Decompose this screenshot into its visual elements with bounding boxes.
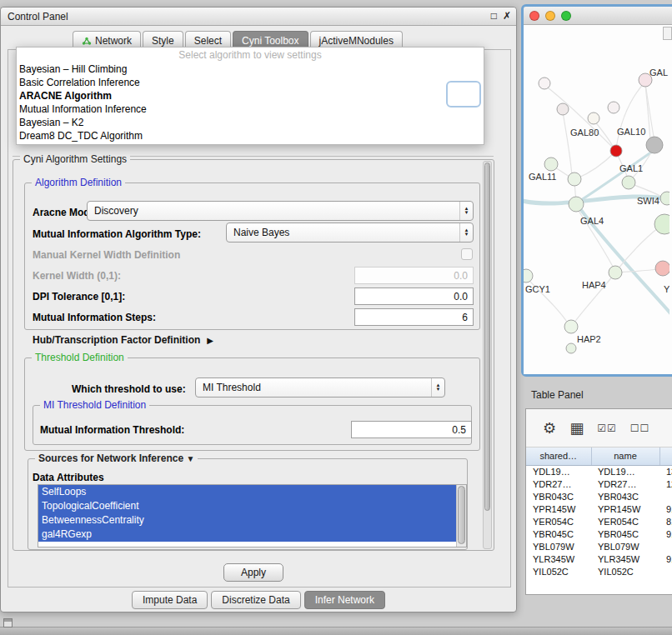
table-cell[interactable]: YDL19… — [526, 465, 591, 478]
attribute-list-item[interactable]: TopologicalCoefficient — [38, 499, 456, 513]
table-row[interactable]: YBR045CYBR045C9. — [526, 528, 672, 540]
manual-kernel-checkbox[interactable] — [461, 248, 473, 260]
minimize-traffic-light[interactable] — [545, 11, 555, 21]
network-node[interactable] — [655, 261, 669, 276]
close-window-icon[interactable]: ✗ — [503, 10, 511, 22]
attributes-scrollbar[interactable] — [456, 485, 466, 547]
network-node[interactable] — [568, 172, 581, 186]
network-node[interactable] — [609, 266, 622, 279]
network-edge[interactable] — [579, 150, 654, 202]
canvas-scrollbar[interactable] — [663, 27, 672, 40]
mi-threshold-input[interactable] — [351, 421, 472, 438]
table-cell[interactable]: YDR27… — [526, 478, 591, 490]
table-cell[interactable]: YPR145W — [591, 502, 659, 515]
network-edge[interactable] — [617, 228, 659, 270]
threshold-type-select[interactable]: MI Threshold ▲▼ — [195, 378, 445, 398]
column-header[interactable]: shared… — [526, 448, 591, 465]
table-cell[interactable]: 12 — [659, 478, 672, 490]
table-cell[interactable]: YBR045C — [591, 528, 659, 540]
table-cell[interactable]: 9. — [659, 502, 672, 515]
network-node[interactable] — [622, 176, 635, 189]
mi-steps-input[interactable] — [354, 308, 474, 326]
network-node[interactable] — [569, 197, 584, 212]
table-row[interactable]: YBL079WYBL079W — [526, 540, 672, 552]
kernel-width-input[interactable] — [354, 267, 474, 284]
table-cell[interactable]: YER054C — [591, 515, 659, 528]
sources-collapse-icon[interactable]: ▼ — [186, 454, 194, 463]
table-cell[interactable]: 8. — [659, 515, 672, 528]
algorithm-option[interactable]: Mutual Information Inference — [17, 102, 484, 116]
bottom-tab-infer-network[interactable]: Infer Network — [304, 591, 385, 609]
deselect-all-icon[interactable]: ☐☐ — [630, 421, 650, 436]
mi-algorithm-type-select[interactable]: Naive Bayes ▲▼ — [226, 222, 474, 242]
network-node[interactable] — [610, 145, 622, 157]
network-edge[interactable] — [544, 85, 614, 148]
network-node[interactable] — [654, 214, 669, 234]
gear-icon[interactable]: ⚙ — [543, 421, 556, 436]
network-node[interactable] — [557, 103, 569, 115]
close-traffic-light[interactable] — [529, 11, 539, 21]
table-cell[interactable]: YLR345W — [591, 552, 659, 565]
table-cell[interactable]: YBR043C — [591, 490, 659, 502]
table-cell[interactable]: YBR045C — [526, 528, 591, 540]
network-node[interactable] — [524, 269, 533, 282]
table-cell[interactable]: 9. — [659, 528, 672, 540]
table-row[interactable]: YER054CYER054C8. — [526, 515, 672, 528]
settings-scrollbar[interactable] — [483, 161, 492, 549]
bottom-tab-impute-data[interactable]: Impute Data — [132, 591, 208, 609]
table-row[interactable]: YBR043CYBR043C — [526, 490, 672, 502]
network-edge[interactable] — [619, 269, 659, 272]
bottom-tab-discretize-data[interactable]: Discretize Data — [211, 591, 300, 609]
float-window-icon[interactable]: □ — [491, 10, 497, 22]
hub-expand-icon[interactable]: ▶ — [207, 336, 213, 345]
table-cell[interactable] — [659, 540, 672, 552]
network-node[interactable] — [660, 192, 669, 205]
network-node[interactable] — [646, 137, 663, 153]
network-canvas[interactable]: GALGAL80GAL10GAL11GAL1SWI4GAL4GCY1HAP4HA… — [524, 25, 672, 374]
table-cell[interactable]: YDL19… — [591, 465, 659, 478]
table-cell[interactable]: YDR27… — [591, 478, 659, 490]
table-cell[interactable]: YBL079W — [526, 540, 591, 552]
select-all-icon[interactable]: ☑☑ — [597, 421, 617, 436]
algorithm-option[interactable]: Dream8 DC_TDC Algorithm — [17, 129, 484, 142]
docked-panel-icon[interactable] — [3, 618, 13, 628]
algorithm-option[interactable]: Basic Correlation Inference — [17, 76, 484, 89]
network-node[interactable] — [566, 343, 576, 353]
network-node[interactable] — [588, 112, 599, 124]
columns-icon[interactable]: ▦ — [569, 421, 584, 436]
network-node[interactable] — [564, 320, 578, 333]
table-cell[interactable]: YIL052C — [591, 565, 659, 578]
algorithm-option[interactable]: Bayesian – K2 — [17, 116, 484, 129]
hub-definition-section[interactable]: Hub/Transcription Factor Definition ▶ — [33, 334, 213, 346]
table-row[interactable]: YPR145WYPR145W9. — [526, 502, 672, 515]
scrollbar-thumb[interactable] — [458, 486, 465, 544]
sources-title[interactable]: Sources for Network Inference ▼ — [35, 452, 198, 464]
network-edge[interactable] — [577, 152, 614, 178]
attribute-list-item[interactable]: BetweennessCentrality — [38, 513, 456, 528]
column-header[interactable]: name — [591, 448, 659, 465]
table-cell[interactable]: YER054C — [526, 515, 591, 528]
table-cell[interactable] — [659, 490, 672, 502]
network-node[interactable] — [544, 158, 558, 171]
attribute-list-item[interactable]: SelfLoops — [38, 485, 456, 499]
table-cell[interactable]: 9. — [659, 552, 672, 565]
column-header[interactable] — [659, 448, 672, 465]
table-cell[interactable]: YBR043C — [526, 490, 591, 502]
table-row[interactable]: YDR27…YDR27…12 — [526, 478, 672, 490]
algorithm-option[interactable]: Bayesian – Hill Climbing — [17, 62, 484, 76]
table-row[interactable]: YLR345WYLR345W9. — [526, 552, 672, 565]
apply-button[interactable]: Apply — [223, 563, 283, 582]
table-cell[interactable]: YBL079W — [591, 540, 659, 552]
table-cell[interactable]: YPR145W — [526, 502, 591, 515]
network-edge[interactable] — [563, 112, 572, 175]
algorithm-option[interactable]: ARACNE Algorithm — [17, 89, 484, 102]
table-row[interactable]: YIL052CYIL052C — [526, 565, 672, 578]
scrollbar-thumb[interactable] — [484, 162, 490, 511]
table-cell[interactable] — [659, 565, 672, 578]
network-graph[interactable]: GALGAL80GAL10GAL11GAL1SWI4GAL4GCY1HAP4HA… — [524, 25, 669, 374]
table-cell[interactable]: YLR345W — [526, 552, 591, 565]
network-node[interactable] — [539, 78, 550, 89]
attribute-list-item[interactable]: gal4RGexp — [38, 528, 456, 542]
zoom-traffic-light[interactable] — [561, 11, 571, 21]
network-edge[interactable] — [616, 82, 645, 148]
